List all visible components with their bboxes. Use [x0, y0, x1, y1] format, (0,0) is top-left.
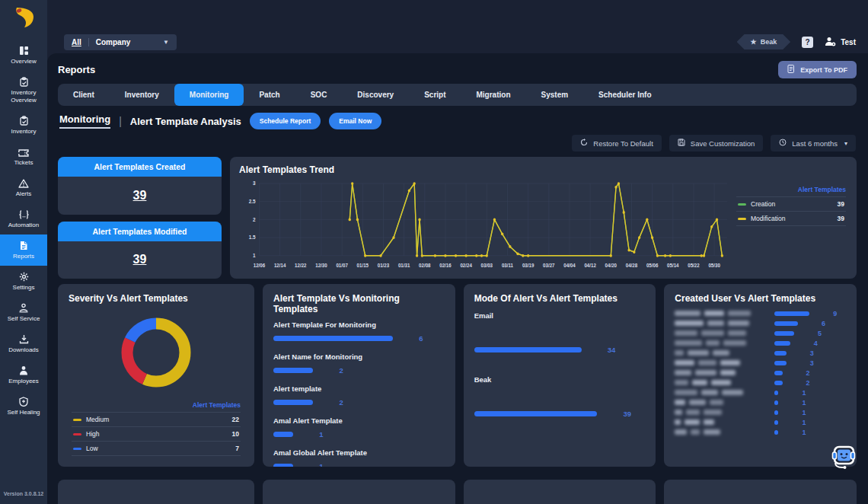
bar[interactable] — [273, 464, 293, 467]
bar[interactable] — [774, 351, 786, 356]
scope-all-label[interactable]: All — [72, 38, 81, 46]
sidebar-item-self-service[interactable]: Self Service — [0, 297, 47, 328]
series-total: 39 — [838, 215, 844, 222]
divider — [88, 38, 89, 46]
bar-category-label: Alert Name for Monitoring — [273, 352, 445, 361]
export-to-pdf-button[interactable]: Export To PDF — [778, 61, 857, 78]
tab-patch[interactable]: Patch — [244, 84, 295, 106]
customization-toolbar: Restore To Default Save Customization La… — [58, 135, 857, 152]
severity-legend-row-medium[interactable]: Medium22 — [72, 412, 241, 426]
bar[interactable] — [774, 430, 778, 435]
app-root: OverviewInventory OverviewInventoryTicke… — [0, 0, 868, 504]
sidebar-item-automation[interactable]: Automation — [0, 203, 47, 234]
sidebar-item-alerts[interactable]: Alerts — [0, 172, 47, 203]
svg-text:03/19: 03/19 — [522, 263, 535, 268]
blurred-user-name — [728, 321, 749, 326]
sidebar-item-reports[interactable]: Reports — [0, 234, 47, 266]
date-range-label: Last 6 months — [792, 139, 838, 148]
schedule-report-button[interactable]: Schedule Report — [250, 113, 321, 129]
svg-text:01/23: 01/23 — [378, 263, 390, 268]
bar[interactable] — [774, 371, 782, 375]
bar[interactable] — [774, 341, 790, 346]
sidebar-item-label: Settings — [13, 284, 35, 292]
bar[interactable] — [474, 411, 598, 416]
svg-text:04/12: 04/12 — [584, 263, 596, 268]
tab-inventory[interactable]: Inventory — [110, 84, 174, 106]
bar[interactable] — [273, 432, 293, 437]
template-bar-row: Amal Global Alert Template1 — [273, 448, 445, 467]
bar[interactable] — [474, 347, 582, 352]
tab-discovery[interactable]: Discovery — [342, 84, 409, 106]
tab-soc[interactable]: SOC — [295, 84, 343, 106]
grid-icon — [19, 46, 29, 56]
section-category[interactable]: Monitoring — [59, 113, 110, 129]
beak-badge[interactable]: ★ Beak — [737, 34, 791, 49]
bar[interactable] — [774, 381, 782, 385]
brand-logo[interactable] — [11, 6, 37, 32]
tab-client[interactable]: Client — [58, 84, 110, 106]
chatbot-launcher-icon[interactable] — [829, 443, 858, 472]
bar[interactable] — [774, 420, 778, 425]
svg-text:01/31: 01/31 — [398, 263, 410, 268]
user-menu[interactable]: Test — [825, 37, 856, 48]
created-user-bar-row: 4 — [675, 338, 846, 348]
created-user-bar-row: 5 — [675, 328, 846, 338]
svg-text:05/22: 05/22 — [688, 263, 700, 268]
svg-text:1.5: 1.5 — [249, 234, 256, 240]
export-to-pdf-label: Export To PDF — [800, 66, 847, 74]
trend-legend-row-modification[interactable]: Modification39 — [736, 211, 846, 226]
clock-icon — [779, 139, 787, 148]
sidebar-item-self-healing[interactable]: Self Healing — [0, 391, 47, 422]
bar-value: 6 — [822, 320, 825, 327]
sidebar-item-employees[interactable]: Employees — [0, 359, 47, 391]
stat-card-created-value[interactable]: 39 — [58, 177, 222, 215]
bar-value: 1 — [802, 389, 806, 397]
svg-text:03/03: 03/03 — [481, 263, 493, 268]
save-customization-label: Save Customization — [691, 139, 755, 148]
bar[interactable] — [774, 410, 778, 415]
company-scope-dropdown[interactable]: All Company ▼ — [64, 34, 177, 50]
sidebar-item-overview[interactable]: Overview — [0, 40, 47, 71]
sidebar-item-downloads[interactable]: Downloads — [0, 328, 47, 359]
created-user-bar-row: 1 — [675, 417, 846, 427]
severity-legend-row-high[interactable]: High10 — [72, 426, 241, 441]
sidebar-item-settings[interactable]: Settings — [0, 266, 47, 297]
help-button[interactable]: ? — [802, 37, 813, 48]
bar[interactable] — [774, 311, 809, 316]
blurred-user-name — [713, 350, 729, 356]
blurred-user-name — [686, 410, 700, 415]
bar[interactable] — [273, 336, 393, 341]
email-now-button[interactable]: Email Now — [329, 113, 381, 129]
bar[interactable] — [273, 400, 313, 405]
bar[interactable] — [774, 400, 778, 405]
blurred-user-name — [710, 400, 723, 405]
sidebar-item-tickets[interactable]: Tickets — [0, 141, 47, 172]
date-range-dropdown[interactable]: Last 6 months ▾ — [771, 135, 856, 152]
bar[interactable] — [774, 331, 794, 336]
bar-value: 2 — [806, 379, 810, 387]
bar[interactable] — [273, 368, 313, 373]
bar-value: 1 — [802, 409, 806, 416]
blurred-user-name — [701, 390, 718, 395]
tab-migration[interactable]: Migration — [461, 84, 526, 106]
partial-card — [263, 480, 455, 504]
stat-card-modified-value[interactable]: 39 — [58, 241, 222, 279]
bar[interactable] — [774, 361, 786, 365]
severity-legend-row-low[interactable]: Low7 — [72, 441, 241, 456]
trend-legend-row-creation[interactable]: Creation39 — [736, 196, 846, 211]
bar[interactable] — [774, 321, 798, 326]
charts-row: Severity Vs Alert Templates Alert Templa… — [58, 284, 857, 467]
restore-default-button[interactable]: Restore To Default — [572, 135, 662, 152]
svg-text:04/20: 04/20 — [605, 263, 617, 268]
sidebar-item-inventory[interactable]: Inventory — [0, 110, 47, 141]
save-customization-button[interactable]: Save Customization — [669, 135, 763, 152]
tab-script[interactable]: Script — [409, 84, 461, 106]
bar-value: 1 — [319, 430, 323, 439]
tab-scheduler-info[interactable]: Scheduler Info — [583, 84, 666, 106]
bar[interactable] — [774, 391, 778, 395]
sidebar-item-label: Inventory — [11, 128, 37, 136]
sidebar-item-inventory-overview[interactable]: Inventory Overview — [0, 71, 47, 110]
tab-monitoring[interactable]: Monitoring — [174, 84, 244, 106]
slice-value: 10 — [232, 430, 239, 438]
tab-system[interactable]: System — [526, 84, 584, 106]
